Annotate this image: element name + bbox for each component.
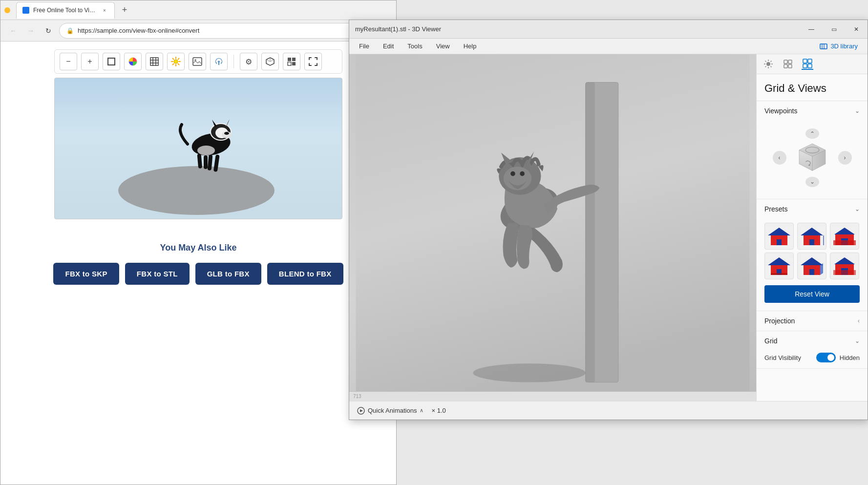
viewpoints-header[interactable]: Viewpoints ⌄ bbox=[757, 101, 868, 121]
upload-button[interactable] bbox=[210, 53, 228, 70]
grid-title: Grid bbox=[764, 337, 777, 345]
app-3d-viewport[interactable]: 713 bbox=[349, 54, 756, 401]
preset-item-1[interactable] bbox=[764, 223, 794, 250]
fullscreen-button[interactable] bbox=[304, 53, 322, 70]
app-window: myResultant(1).stl - 3D Viewer — ▭ ✕ Fil… bbox=[349, 20, 868, 420]
view-cube-button[interactable] bbox=[261, 53, 279, 70]
quick-animations-button[interactable]: Quick Animations ∧ bbox=[357, 407, 423, 415]
viewpoint-down-button[interactable]: ⌄ bbox=[805, 177, 819, 187]
svg-rect-90 bbox=[833, 270, 856, 275]
panel-scroll-area[interactable]: Viewpoints ⌄ ‹ ⌃ bbox=[757, 101, 868, 401]
presets-chevron: ⌄ bbox=[855, 206, 860, 212]
browser-tab[interactable]: Free Online Tool to View 3D F8 × bbox=[16, 2, 115, 19]
reset-view-button[interactable]: Reset View bbox=[764, 285, 860, 303]
zoom-out-button[interactable]: − bbox=[60, 53, 77, 70]
image-button[interactable] bbox=[189, 53, 206, 70]
app-close-button[interactable]: ✕ bbox=[845, 20, 868, 39]
light-button[interactable] bbox=[167, 53, 185, 70]
viewpoint-left-button[interactable]: ‹ bbox=[773, 151, 786, 165]
tab-close-button[interactable]: × bbox=[101, 6, 108, 14]
3d-viewport-web[interactable] bbox=[54, 78, 342, 219]
svg-marker-68 bbox=[768, 228, 790, 235]
svg-rect-19 bbox=[292, 58, 296, 61]
svg-rect-0 bbox=[108, 58, 115, 65]
panel-title: Grid & Views bbox=[757, 74, 868, 101]
menu-help[interactable]: Help bbox=[458, 41, 483, 52]
presets-header[interactable]: Presets ⌄ bbox=[757, 199, 868, 219]
preset-item-5[interactable] bbox=[797, 253, 826, 279]
svg-rect-57 bbox=[784, 64, 787, 68]
svg-rect-70 bbox=[777, 239, 782, 245]
grid-chevron: ⌄ bbox=[855, 337, 860, 344]
svg-line-15 bbox=[173, 64, 174, 65]
minimize-button[interactable] bbox=[4, 7, 10, 13]
blend-to-fbx-button[interactable]: BLEND to FBX bbox=[267, 263, 343, 285]
3d-scene-svg bbox=[349, 54, 756, 401]
color-button[interactable] bbox=[124, 53, 142, 70]
app-minimize-button[interactable]: — bbox=[800, 20, 823, 39]
svg-marker-86 bbox=[820, 263, 823, 275]
svg-marker-79 bbox=[768, 257, 790, 265]
grid-visibility-controls: Hidden bbox=[816, 353, 860, 362]
panel-icon-grid-small[interactable] bbox=[782, 58, 794, 70]
svg-point-28 bbox=[224, 132, 229, 135]
presets-body: Reset View bbox=[757, 219, 868, 311]
app-titlebar: myResultant(1).stl - 3D Viewer — ▭ ✕ bbox=[349, 20, 868, 39]
animations-icon bbox=[357, 407, 365, 415]
presets-section: Presets ⌄ bbox=[757, 199, 868, 311]
browser-window: Free Online Tool to View 3D F8 × + ← → ↻… bbox=[0, 0, 397, 485]
projection-title: Projection bbox=[764, 317, 795, 325]
svg-rect-34 bbox=[820, 44, 827, 49]
viewpoints-title: Viewpoints bbox=[764, 107, 797, 115]
panel-icon-sun[interactable] bbox=[762, 58, 774, 70]
svg-line-52 bbox=[771, 66, 772, 67]
svg-point-22 bbox=[118, 166, 275, 215]
menu-file[interactable]: File bbox=[353, 41, 375, 52]
preset-item-3[interactable] bbox=[830, 223, 859, 250]
viewpoint-cube[interactable] bbox=[790, 141, 834, 174]
library-button[interactable]: 3D library bbox=[814, 41, 864, 52]
library-icon bbox=[820, 42, 827, 50]
svg-line-53 bbox=[771, 61, 772, 62]
viewpoint-right-button[interactable]: › bbox=[838, 151, 852, 165]
projection-section[interactable]: Projection ‹ bbox=[757, 311, 868, 331]
frame-button[interactable] bbox=[103, 53, 120, 70]
app-maximize-button[interactable]: ▭ bbox=[823, 20, 845, 39]
svg-rect-21 bbox=[292, 62, 296, 65]
viewpoint-up-button[interactable]: ⌃ bbox=[805, 128, 819, 139]
right-panel: Grid & Views Viewpoints ⌄ ‹ bbox=[756, 54, 868, 401]
svg-line-51 bbox=[765, 61, 766, 62]
panel-icon-grid-views[interactable] bbox=[802, 58, 813, 70]
back-button[interactable]: ← bbox=[6, 24, 20, 38]
preset-item-6[interactable] bbox=[830, 253, 859, 279]
glb-to-fbx-button[interactable]: GLB to FBX bbox=[195, 263, 261, 285]
zoom-in-button[interactable]: + bbox=[81, 53, 99, 70]
url-input[interactable] bbox=[78, 27, 383, 34]
svg-rect-20 bbox=[288, 62, 291, 65]
fbx-to-stl-button[interactable]: FBX to STL bbox=[125, 263, 190, 285]
svg-rect-73 bbox=[809, 239, 814, 245]
grid-button[interactable] bbox=[146, 53, 163, 70]
menu-edit[interactable]: Edit bbox=[377, 41, 400, 52]
settings-button[interactable]: ⚙ bbox=[240, 53, 257, 70]
tab-favicon bbox=[22, 7, 29, 14]
menu-view[interactable]: View bbox=[430, 41, 456, 52]
viewpoints-chevron: ⌄ bbox=[855, 107, 860, 114]
svg-line-54 bbox=[765, 66, 766, 67]
preset-item-2[interactable] bbox=[797, 223, 826, 250]
fbx-to-skp-button[interactable]: FBX to SKP bbox=[53, 263, 119, 285]
new-tab-button[interactable]: + bbox=[118, 3, 131, 17]
forward-button[interactable]: → bbox=[24, 24, 38, 38]
preset-item-4[interactable] bbox=[764, 253, 794, 279]
svg-rect-56 bbox=[788, 60, 792, 63]
menu-tools[interactable]: Tools bbox=[402, 41, 428, 52]
reload-button[interactable]: ↻ bbox=[42, 24, 55, 38]
view-mode-button[interactable] bbox=[283, 53, 300, 70]
svg-point-43 bbox=[510, 171, 515, 176]
grid-header[interactable]: Grid ⌄ bbox=[757, 331, 868, 351]
address-bar[interactable]: 🔒 bbox=[59, 23, 390, 39]
panel-icon-row bbox=[757, 54, 868, 74]
app-menubar: File Edit Tools View Help 3D library bbox=[349, 39, 868, 54]
grid-visibility-toggle[interactable] bbox=[816, 353, 836, 362]
svg-rect-16 bbox=[193, 58, 202, 65]
